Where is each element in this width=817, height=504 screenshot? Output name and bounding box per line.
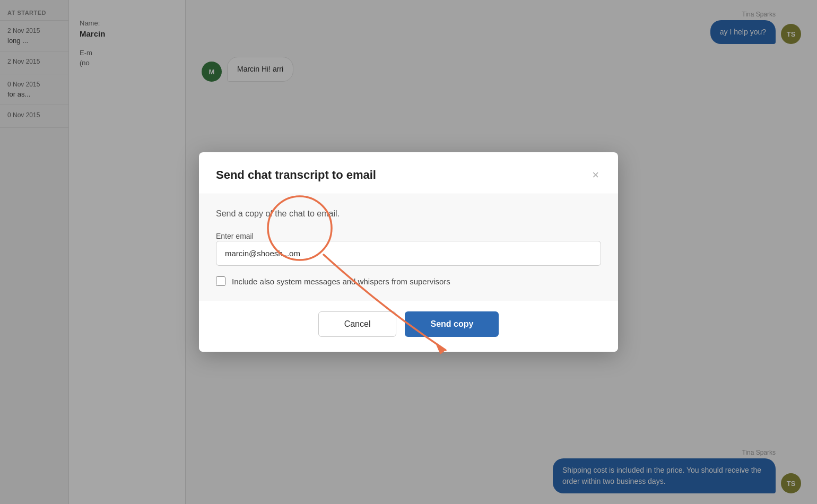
include-messages-label: Include also system messages and whisper… — [232, 277, 450, 286]
modal-body: Send a copy of the chat to email. Enter … — [199, 194, 618, 301]
modal-header: Send chat transcript to email × — [199, 152, 618, 194]
email-field-label: Enter email — [216, 232, 254, 240]
modal-overlay: Send chat transcript to email × Send a c… — [0, 0, 817, 504]
cancel-button[interactable]: Cancel — [318, 311, 397, 337]
include-messages-checkbox[interactable] — [216, 276, 225, 286]
include-messages-row: Include also system messages and whisper… — [216, 276, 601, 286]
modal-title: Send chat transcript to email — [216, 168, 376, 182]
email-input[interactable] — [216, 241, 601, 266]
modal-close-button[interactable]: × — [590, 167, 601, 183]
send-copy-button[interactable]: Send copy — [405, 311, 499, 337]
modal-footer: Cancel Send copy — [199, 301, 618, 352]
modal-description: Send a copy of the chat to email. — [216, 209, 601, 219]
send-transcript-modal: Send chat transcript to email × Send a c… — [199, 152, 618, 352]
